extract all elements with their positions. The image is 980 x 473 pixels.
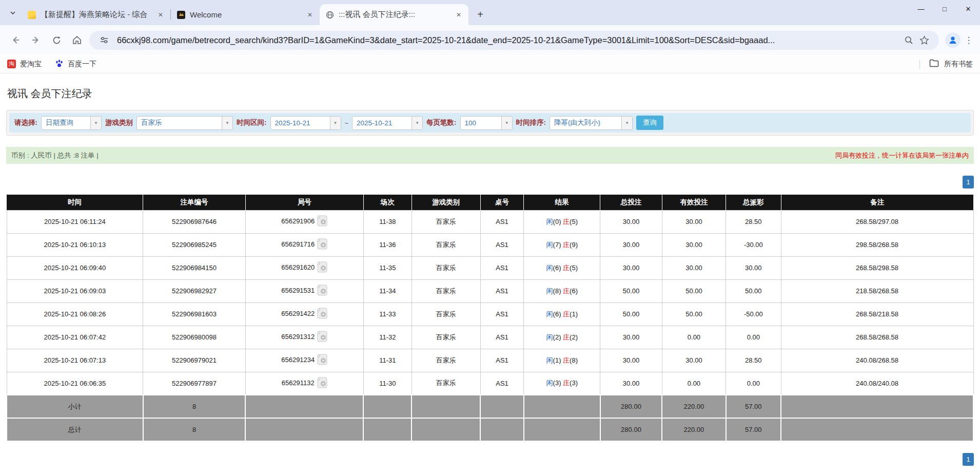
result-cell: 闲(2) 庄(2) <box>524 326 600 349</box>
baidu-paw-icon <box>55 59 64 69</box>
round-number: 656291234 <box>281 356 315 364</box>
folder-icon <box>929 59 939 69</box>
search-button[interactable]: 查询 <box>636 116 663 130</box>
site-settings-icon[interactable] <box>96 35 112 45</box>
chevron-down-icon[interactable]: ▼ <box>222 117 232 129</box>
total-bet-link[interactable]: 30.00 <box>600 372 662 395</box>
time-cell: 2025-10-21 06:11:24 <box>7 210 143 233</box>
payout-cell: 50.00 <box>726 279 781 302</box>
tab-bet-records[interactable]: :::视讯 会员下注纪录::: ✕ <box>320 4 468 25</box>
video-replay-icon[interactable] <box>317 354 327 367</box>
chevron-down-icon[interactable]: ▼ <box>501 117 512 129</box>
chevron-down-icon[interactable]: ▼ <box>621 117 632 129</box>
result-cell: 闲(7) 庄(9) <box>524 233 600 256</box>
all-bookmarks-label[interactable]: 所有书签 <box>944 60 973 69</box>
remark-cell: 268.58/298.58 <box>781 256 973 279</box>
session-cell: 11-31 <box>363 349 411 372</box>
total-bet-link[interactable]: 50.00 <box>600 302 662 326</box>
chevron-down-icon[interactable]: ▼ <box>330 117 341 129</box>
empty-cell <box>245 395 363 418</box>
empty-cell <box>524 395 600 418</box>
page-title: 视讯 会员下注纪录 <box>7 87 974 101</box>
result-cell: 闲(0) 庄(5) <box>524 210 600 233</box>
new-tab-button[interactable]: + <box>473 7 488 22</box>
video-replay-icon[interactable] <box>317 215 327 228</box>
query-type-select[interactable]: 日期查询 ▼ <box>41 116 102 130</box>
tab-haiyan-forum[interactable]: 【新提醒】海燕策略论坛 - 综合 ✕ <box>22 4 170 25</box>
pagination-page-1-bottom[interactable]: 1 <box>963 453 974 466</box>
bookmark-star-icon[interactable] <box>916 35 932 45</box>
column-header: 场次 <box>363 195 411 210</box>
time-cell: 2025-10-21 06:09:40 <box>7 256 143 279</box>
total-bet-link[interactable]: 30.00 <box>600 210 662 233</box>
video-replay-icon[interactable] <box>317 308 327 320</box>
close-tab-icon[interactable]: ✕ <box>156 10 165 20</box>
bet-id-cell: 522906987646 <box>143 210 246 233</box>
minimize-button[interactable]: — <box>909 0 933 17</box>
zoom-icon[interactable] <box>901 35 916 45</box>
column-header: 备注 <box>781 195 973 210</box>
empty-cell <box>480 395 524 418</box>
total-bet-link[interactable]: 30.00 <box>600 349 662 372</box>
game-type-cell: 百家乐 <box>411 210 480 233</box>
column-header: 总派彩 <box>726 195 781 210</box>
chevron-down-icon[interactable]: ▼ <box>411 117 422 129</box>
back-icon[interactable] <box>5 30 26 50</box>
column-header: 游戏类别 <box>411 195 480 210</box>
total-bet-link[interactable]: 30.00 <box>600 233 662 256</box>
pagination-page-1-top[interactable]: 1 <box>963 176 974 188</box>
chevron-down-icon[interactable] <box>4 4 22 22</box>
sort-label: 时间排序: <box>516 118 546 127</box>
bet-id-cell: 522906982927 <box>143 279 246 302</box>
browser-menu-icon[interactable]: ⋮ <box>963 35 975 46</box>
sort-select[interactable]: 降幂(由大到小) ▼ <box>550 116 633 130</box>
payout-cell: 0.00 <box>726 372 781 395</box>
video-replay-icon[interactable] <box>317 285 327 297</box>
page-size-select[interactable]: 100 ▼ <box>460 116 513 130</box>
url-text[interactable]: 66cxkj98.com/game/betrecord_search/kind3… <box>117 35 901 45</box>
time-cell: 2025-10-21 06:07:42 <box>7 326 143 349</box>
profile-avatar[interactable] <box>945 32 961 48</box>
remark-cell: 268.58/268.58 <box>781 326 973 349</box>
close-tab-icon[interactable]: ✕ <box>305 10 315 20</box>
round-number: 656291906 <box>281 217 315 225</box>
maximize-button[interactable]: □ <box>933 0 956 17</box>
date-start-select[interactable]: 2025-10-21 ▼ <box>270 116 341 130</box>
table-header-row: 时间注单编号局号场次游戏类别桌号结果总投注有效投注总派彩备注 <box>7 195 973 210</box>
currency-summary: 币别 : 人民币 | 总共 :8 注单 | <box>11 151 99 160</box>
valid-bet-cell: 50.00 <box>662 279 726 302</box>
game-type-cell: 百家乐 <box>411 233 480 256</box>
home-icon[interactable] <box>67 30 87 50</box>
video-replay-icon[interactable] <box>317 261 327 274</box>
video-replay-icon[interactable] <box>317 331 327 344</box>
game-type-label: 游戏类别 <box>105 118 133 127</box>
close-tab-icon[interactable]: ✕ <box>454 10 463 20</box>
tab-welcome[interactable]: Welcome ✕ <box>171 4 320 25</box>
date-end-select[interactable]: 2025-10-21 ▼ <box>352 116 423 130</box>
valid-bet-cell: 0.00 <box>662 372 726 395</box>
total-bet-link[interactable]: 30.00 <box>600 326 662 349</box>
reload-icon[interactable] <box>46 30 67 50</box>
result-cell: 闲(6) 庄(1) <box>524 302 600 326</box>
table-row: 2025-10-21 06:08:26522906981603656291422… <box>7 302 973 326</box>
video-replay-icon[interactable] <box>317 238 327 251</box>
subtotal-total-bet: 280.00 <box>600 395 662 418</box>
total-bet-link[interactable]: 50.00 <box>600 279 662 302</box>
chevron-down-icon[interactable]: ▼ <box>90 117 101 129</box>
video-replay-icon[interactable] <box>317 377 327 390</box>
table-row: 2025-10-21 06:10:13522906985245656291716… <box>7 233 973 256</box>
bookmark-aitaobao[interactable]: 淘 爱淘宝 <box>7 60 42 69</box>
column-header: 有效投注 <box>662 195 726 210</box>
total-bet-link[interactable]: 30.00 <box>600 256 662 279</box>
close-window-button[interactable]: ✕ <box>956 0 980 17</box>
payout-cell: -30.00 <box>726 233 781 256</box>
bookmark-baidu[interactable]: 百度一下 <box>55 59 96 69</box>
tab-title: 【新提醒】海燕策略论坛 - 综合 <box>41 10 151 20</box>
payout-cell: -50.00 <box>726 302 781 326</box>
session-cell: 11-30 <box>363 372 411 395</box>
taobao-icon: 淘 <box>7 60 16 68</box>
forward-icon[interactable] <box>26 30 46 50</box>
address-bar[interactable]: 66cxkj98.com/game/betrecord_search/kind3… <box>89 31 939 50</box>
game-type-select[interactable]: 百家乐 ▼ <box>136 116 233 130</box>
bookmark-label: 百度一下 <box>68 60 96 69</box>
